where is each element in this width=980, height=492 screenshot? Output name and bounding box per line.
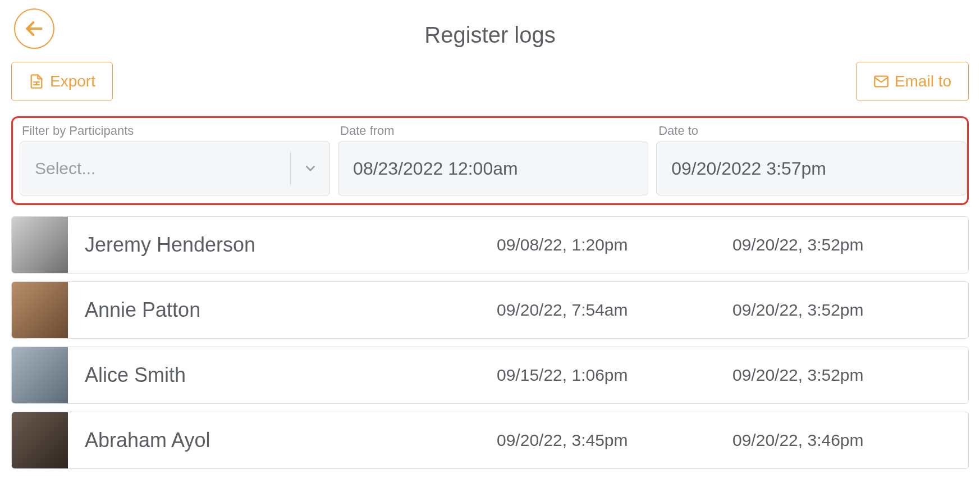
table-row[interactable]: Annie Patton 09/20/22, 7:54am 09/20/22, … [11, 281, 969, 339]
log-date-1: 09/08/22, 1:20pm [497, 235, 732, 254]
filter-participants-group: Filter by Participants Select... [20, 124, 330, 195]
filter-date-to-group: Date to 09/20/2022 3:57pm [656, 124, 967, 195]
log-date-1: 09/20/22, 3:45pm [497, 431, 732, 450]
log-list: Jeremy Henderson 09/08/22, 1:20pm 09/20/… [0, 216, 980, 469]
filter-date-from-label: Date from [338, 124, 648, 138]
log-date-1: 09/20/22, 7:54am [497, 300, 732, 320]
filter-date-to-label: Date to [656, 124, 967, 138]
log-date-1: 09/15/22, 1:06pm [497, 366, 732, 385]
participant-name: Alice Smith [68, 363, 497, 387]
filter-participants-label: Filter by Participants [20, 124, 330, 138]
back-button[interactable] [14, 8, 54, 49]
filter-date-from-group: Date from 08/23/2022 12:00am [338, 124, 648, 195]
avatar [12, 347, 68, 403]
email-to-button[interactable]: Email to [856, 62, 969, 101]
table-row[interactable]: Abraham Ayol 09/20/22, 3:45pm 09/20/22, … [11, 412, 969, 469]
filter-participants-placeholder: Select... [20, 159, 290, 178]
participant-name: Abraham Ayol [68, 429, 497, 452]
participant-name: Jeremy Henderson [68, 233, 497, 257]
filter-bar: Filter by Participants Select... Date fr… [11, 116, 969, 205]
filter-date-from-input[interactable]: 08/23/2022 12:00am [338, 142, 648, 195]
table-row[interactable]: Jeremy Henderson 09/08/22, 1:20pm 09/20/… [11, 216, 969, 274]
filter-date-from-value: 08/23/2022 12:00am [353, 158, 518, 179]
avatar [12, 282, 68, 338]
table-row[interactable]: Alice Smith 09/15/22, 1:06pm 09/20/22, 3… [11, 347, 969, 404]
participant-name: Annie Patton [68, 298, 497, 322]
arrow-left-icon [24, 18, 45, 39]
export-button[interactable]: Export [11, 62, 113, 101]
log-date-2: 09/20/22, 3:52pm [732, 366, 968, 385]
avatar [12, 412, 68, 468]
log-date-2: 09/20/22, 3:52pm [732, 235, 968, 254]
filter-participants-select[interactable]: Select... [20, 142, 330, 195]
page-title: Register logs [11, 11, 969, 48]
filter-date-to-value: 09/20/2022 3:57pm [671, 158, 826, 179]
envelope-icon [873, 74, 889, 89]
chevron-down-icon [290, 152, 329, 185]
log-date-2: 09/20/22, 3:52pm [732, 300, 968, 320]
avatar [12, 217, 68, 273]
log-date-2: 09/20/22, 3:46pm [732, 431, 968, 450]
filter-date-to-input[interactable]: 09/20/2022 3:57pm [656, 142, 967, 195]
export-button-label: Export [50, 72, 95, 90]
email-to-button-label: Email to [895, 72, 951, 90]
file-export-icon [29, 74, 44, 89]
